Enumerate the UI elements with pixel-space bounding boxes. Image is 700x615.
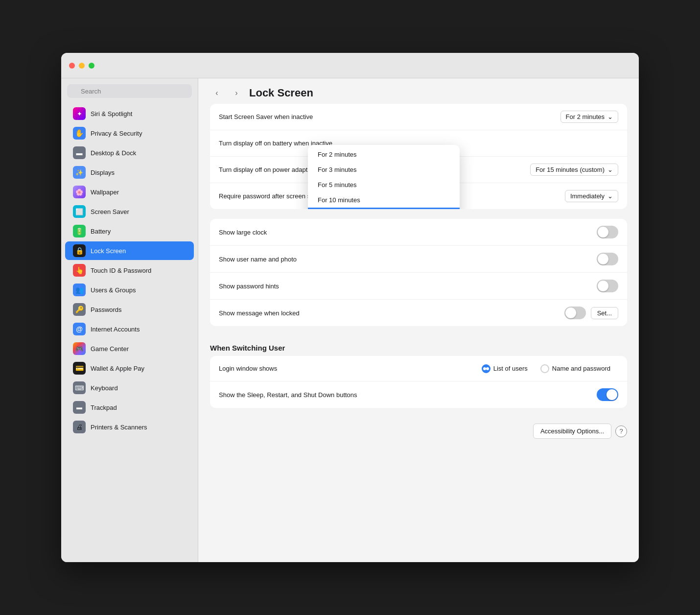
sidebar-label-users: Users & Groups bbox=[91, 286, 136, 294]
sidebar-item-lockscreen[interactable]: 🔒 Lock Screen bbox=[65, 241, 194, 260]
sidebar-label-internet: Internet Accounts bbox=[91, 326, 140, 333]
dropdown-item[interactable]: For 3 minutes bbox=[308, 162, 460, 177]
dropdown-item-label: For 10 minutes bbox=[318, 196, 360, 204]
screensaver-dropdown[interactable]: For 2 minutes ⌄ bbox=[560, 111, 618, 123]
require-password-dropdown[interactable]: Immediately ⌄ bbox=[565, 190, 618, 202]
sidebar-label-trackpad: Trackpad bbox=[91, 404, 117, 411]
sidebar-item-internet[interactable]: @ Internet Accounts bbox=[65, 320, 194, 338]
sidebar-item-desktop[interactable]: ▬ Desktop & Dock bbox=[65, 143, 194, 162]
sidebar-item-trackpad[interactable]: ▬ Trackpad bbox=[65, 398, 194, 417]
dropdown-item-label: For 3 minutes bbox=[318, 166, 356, 173]
radio-list-users-label: List of users bbox=[493, 365, 528, 372]
search-input[interactable] bbox=[67, 84, 192, 98]
sidebar-item-touchid[interactable]: 👆 Touch ID & Password bbox=[65, 261, 194, 280]
search-wrapper: 🔍 bbox=[67, 84, 192, 98]
sleep-restart-toggle[interactable] bbox=[597, 388, 618, 401]
dropdown-item-label: For 2 minutes bbox=[318, 151, 356, 158]
sidebar-item-printers[interactable]: 🖨 Printers & Scanners bbox=[65, 418, 194, 436]
battery-icon: 🔋 bbox=[73, 225, 86, 237]
row-password-hints: Show password hints bbox=[210, 273, 627, 300]
section-switching: Login window shows List of users bbox=[210, 356, 627, 408]
internet-icon: @ bbox=[73, 323, 86, 335]
sleep-restart-label: Show the Sleep, Restart, and Shut Down b… bbox=[219, 391, 597, 399]
row-login-window: Login window shows List of users bbox=[210, 356, 627, 381]
dropdown-item[interactable]: ✓For 15 minutes (custom) bbox=[308, 208, 460, 209]
user-photo-toggle[interactable] bbox=[597, 253, 618, 265]
sidebar-item-wallpaper[interactable]: 🌸 Wallpaper bbox=[65, 183, 194, 201]
sidebar-label-printers: Printers & Scanners bbox=[91, 424, 147, 431]
user-photo-control bbox=[597, 253, 618, 265]
trackpad-icon: ▬ bbox=[73, 401, 86, 414]
lockscreen-icon: 🔒 bbox=[73, 244, 86, 257]
sidebar-item-siri[interactable]: ✦ Siri & Spotlight bbox=[65, 104, 194, 123]
adapter-display-dropdown[interactable]: For 15 minutes (custom) ⌄ bbox=[530, 164, 618, 176]
sidebar-label-displays: Displays bbox=[91, 169, 115, 176]
sidebar-item-passwords[interactable]: 🔑 Passwords bbox=[65, 300, 194, 319]
sidebar-item-gamecenter[interactable]: 🎮 Game Center bbox=[65, 339, 194, 358]
dropdown-item[interactable]: For 2 minutes bbox=[308, 147, 460, 162]
radio-name-password[interactable]: Name and password bbox=[540, 364, 610, 373]
dropdown-menu: For 2 minutesFor 3 minutesFor 5 minutesF… bbox=[308, 145, 460, 209]
forward-button[interactable]: › bbox=[230, 86, 243, 100]
switching-user-title: When Switching User bbox=[210, 336, 627, 356]
siri-icon: ✦ bbox=[73, 107, 86, 120]
adapter-display-control: For 15 minutes (custom) ⌄ bbox=[530, 164, 618, 176]
large-clock-control bbox=[597, 226, 618, 238]
sidebar-label-siri: Siri & Spotlight bbox=[91, 110, 132, 118]
set-message-button[interactable]: Set... bbox=[591, 307, 618, 319]
dropdown-chevron: ⌄ bbox=[607, 113, 613, 120]
maximize-button[interactable] bbox=[89, 63, 94, 69]
battery-display-control: For 2 minutesFor 3 minutesFor 5 minutesF… bbox=[530, 137, 618, 149]
help-button[interactable]: ? bbox=[615, 426, 627, 437]
wallet-icon: 💳 bbox=[73, 362, 86, 375]
message-locked-toggle[interactable] bbox=[564, 307, 586, 319]
sidebar-label-wallpaper: Wallpaper bbox=[91, 189, 119, 196]
sidebar-label-gamecenter: Game Center bbox=[91, 345, 129, 353]
accessibility-button[interactable]: Accessibility Options... bbox=[533, 424, 611, 439]
switching-user-section: When Switching User Login window shows L… bbox=[210, 336, 627, 408]
large-clock-toggle[interactable] bbox=[597, 226, 618, 238]
sidebar-label-battery: Battery bbox=[91, 228, 111, 235]
search-container: 🔍 bbox=[61, 84, 198, 104]
main-window: 🔍 ✦ Siri & Spotlight ✋ Privacy & Securit… bbox=[61, 53, 639, 562]
close-button[interactable] bbox=[69, 63, 75, 69]
sidebar-label-screensaver: Screen Saver bbox=[91, 208, 129, 215]
sidebar-item-keyboard[interactable]: ⌨ Keyboard bbox=[65, 378, 194, 397]
message-locked-label: Show message when locked bbox=[219, 309, 564, 317]
back-button[interactable]: ‹ bbox=[210, 86, 224, 100]
message-locked-control: Set... bbox=[564, 307, 618, 319]
screensaver-icon: ⬜ bbox=[73, 205, 86, 218]
row-large-clock: Show large clock bbox=[210, 219, 627, 246]
row-battery-display: Turn display off on battery when inactiv… bbox=[210, 130, 627, 157]
sidebar-label-lockscreen: Lock Screen bbox=[91, 247, 126, 255]
sidebar-item-displays[interactable]: ✨ Displays bbox=[65, 163, 194, 182]
screensaver-label: Start Screen Saver when inactive bbox=[219, 113, 560, 120]
privacy-icon: ✋ bbox=[73, 127, 86, 140]
desktop-icon: ▬ bbox=[73, 146, 86, 159]
row-message-locked: Show message when locked Set... bbox=[210, 300, 627, 326]
sidebar-item-battery[interactable]: 🔋 Battery bbox=[65, 222, 194, 240]
screensaver-control: For 2 minutes ⌄ bbox=[560, 111, 618, 123]
printers-icon: 🖨 bbox=[73, 421, 86, 433]
users-icon: 👥 bbox=[73, 284, 86, 296]
settings-body: Start Screen Saver when inactive For 2 m… bbox=[198, 104, 639, 562]
sidebar-item-wallet[interactable]: 💳 Wallet & Apple Pay bbox=[65, 359, 194, 378]
password-hints-toggle[interactable] bbox=[597, 280, 618, 292]
screensaver-value: For 2 minutes bbox=[566, 113, 605, 120]
sidebar-item-users[interactable]: 👥 Users & Groups bbox=[65, 281, 194, 299]
sidebar-label-touchid: Touch ID & Password bbox=[91, 267, 151, 274]
section-timers: Start Screen Saver when inactive For 2 m… bbox=[210, 104, 627, 209]
sidebar-label-keyboard: Keyboard bbox=[91, 384, 118, 392]
sidebar-item-privacy[interactable]: ✋ Privacy & Security bbox=[65, 124, 194, 142]
sidebar-label-wallet: Wallet & Apple Pay bbox=[91, 365, 144, 372]
radio-list-users[interactable]: List of users bbox=[482, 364, 528, 373]
dropdown-item[interactable]: For 10 minutes bbox=[308, 192, 460, 208]
login-window-label: Login window shows bbox=[219, 365, 482, 372]
main-header: ‹ › Lock Screen bbox=[198, 78, 639, 104]
minimize-button[interactable] bbox=[79, 63, 85, 69]
sidebar-item-screensaver[interactable]: ⬜ Screen Saver bbox=[65, 202, 194, 221]
sidebar-label-privacy: Privacy & Security bbox=[91, 130, 142, 137]
large-clock-label: Show large clock bbox=[219, 229, 597, 236]
dropdown-item[interactable]: For 5 minutes bbox=[308, 177, 460, 192]
row-user-photo: Show user name and photo bbox=[210, 246, 627, 273]
